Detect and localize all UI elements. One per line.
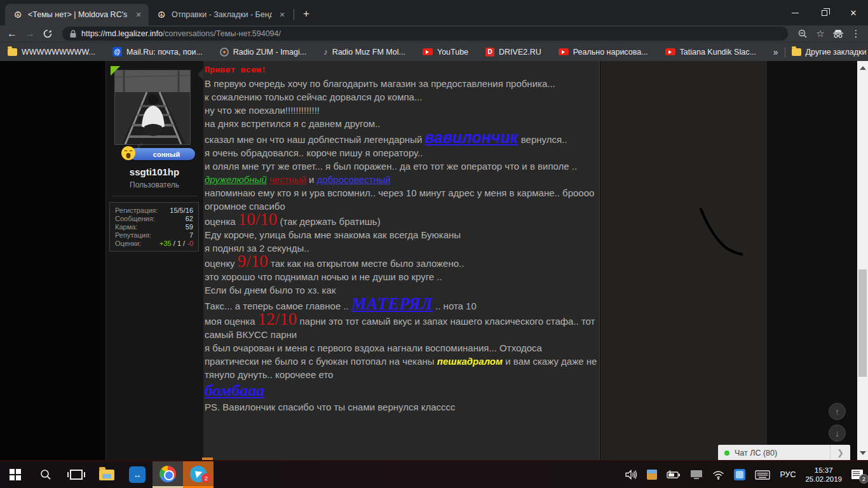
tab-close-icon[interactable]: [277, 10, 287, 20]
action-center-button[interactable]: 2: [851, 470, 864, 480]
teamviewer-button[interactable]: [122, 461, 153, 488]
status-badge[interactable]: сонный: [129, 148, 195, 160]
stat-label: Регистрация:: [115, 207, 158, 215]
chrome-icon: [159, 466, 176, 482]
tab-close-icon[interactable]: [133, 10, 144, 20]
post-text: и оляля мне тут же ответ... я был пораже…: [205, 161, 577, 172]
scroll-to-top-button[interactable]: ↑: [829, 403, 846, 420]
stat-row-ratings: Оценки: +35 / 1 / -0: [115, 240, 193, 248]
post-text: 9/10: [238, 252, 268, 271]
stat-row: Репутация:7: [115, 231, 193, 240]
tab-forum-thread[interactable]: <Темы нет> | Moldova RC's Foru: [5, 4, 149, 25]
scrollbar-thumb[interactable]: [858, 269, 867, 377]
taskbar-search-button[interactable]: [31, 461, 61, 488]
bookmark-item[interactable]: Radio ZUM - Imagi...: [220, 48, 306, 57]
radio-icon: [220, 48, 229, 57]
start-button[interactable]: [0, 461, 31, 488]
scrollbar-up-icon[interactable]: [860, 66, 866, 70]
bookmarks-overflow-icon[interactable]: [773, 47, 778, 57]
search-icon: [40, 469, 51, 480]
post-text: так как на открытом месте было заложено.…: [268, 258, 465, 269]
close-button[interactable]: [839, 0, 868, 25]
post-text: 12/10: [258, 309, 297, 329]
restore-button[interactable]: [810, 0, 839, 25]
browser-menu-icon[interactable]: [849, 27, 863, 41]
stat-row: Регистрация:15/5/16: [115, 207, 193, 215]
folder-icon: [8, 48, 17, 56]
close-icon: [850, 7, 857, 18]
language-indicator[interactable]: РУС: [780, 470, 796, 479]
online-indicator-icon: [111, 66, 120, 76]
post-link[interactable]: бомбааа: [205, 381, 264, 400]
sleepy-emoji-icon: [119, 144, 137, 162]
package-tray-icon[interactable]: [647, 470, 657, 480]
mailru-icon: [112, 47, 122, 57]
bookmark-label: DRIVE2.RU: [499, 48, 541, 57]
bookmark-label: YouTube: [437, 48, 468, 57]
bookmark-item[interactable]: Radio Muz FM Mol...: [323, 47, 405, 57]
music-note-icon: [323, 47, 328, 57]
bookmark-item[interactable]: Реально нарисова...: [559, 48, 648, 57]
chrome-button[interactable]: [153, 461, 183, 488]
zoom-out-button[interactable]: [796, 27, 810, 41]
bookmark-item[interactable]: Tatiana Kundik Slac...: [665, 48, 756, 57]
bookmarks-divider: [785, 47, 785, 57]
forward-button[interactable]: [23, 27, 37, 41]
wifi-icon[interactable]: [712, 470, 724, 480]
chat-bar[interactable]: Чат ЛС (80): [718, 445, 850, 461]
minimize-button[interactable]: [780, 0, 810, 25]
post-link[interactable]: вавилончик: [424, 128, 518, 146]
post-link[interactable]: дружелюбный: [205, 174, 267, 185]
display-icon[interactable]: [690, 470, 703, 480]
post-link[interactable]: добросовестный: [317, 174, 391, 185]
scroll-to-bottom-button[interactable]: ↓: [829, 424, 846, 442]
post-link[interactable]: МАТЕРЯЛ: [351, 294, 433, 313]
new-tab-button[interactable]: [298, 6, 315, 22]
back-button[interactable]: [5, 27, 19, 41]
post-text: (так держать братишь): [277, 216, 380, 227]
post-text: оценку: [205, 258, 238, 269]
bookmark-label: Radio Muz FM Mol...: [332, 48, 405, 57]
username[interactable]: ssgti101hp: [105, 166, 203, 177]
peace-favicon-icon: [156, 10, 166, 20]
rating-neutral: / 1 /: [172, 240, 187, 247]
bookmark-star-icon[interactable]: [813, 27, 827, 41]
stat-label: Сообщения:: [115, 215, 155, 223]
post-link[interactable]: честный: [269, 174, 306, 185]
stat-value: 62: [186, 215, 193, 223]
other-bookmarks-button[interactable]: Другие закладки: [792, 48, 867, 57]
file-explorer-button[interactable]: [92, 461, 122, 488]
bookmark-item[interactable]: Mail.Ru: почта, пои...: [112, 47, 203, 57]
post-text: сказал мне он что наш доблестный легенда…: [205, 134, 424, 145]
reload-button[interactable]: [41, 27, 55, 41]
keyboard-icon[interactable]: [755, 470, 770, 480]
task-view-button[interactable]: [61, 461, 92, 488]
drive2-icon: [485, 48, 494, 57]
telegram-button[interactable]: 2: [183, 461, 214, 488]
avatar[interactable]: [114, 70, 191, 145]
post-text: к сожалению только сейчас дорвался до ко…: [205, 92, 422, 102]
remote-app-tray-icon[interactable]: [734, 469, 745, 480]
address-bar[interactable]: https://md.legalizer.info/conversations/…: [62, 27, 788, 41]
bookmark-item[interactable]: DRIVE2.RU: [485, 48, 541, 57]
stat-label: Оценки:: [115, 240, 141, 248]
battery-icon[interactable]: [667, 470, 681, 479]
post-text: это хорошо что поднимал ночью и не души …: [205, 271, 442, 282]
clock-time: 15:37: [805, 466, 842, 475]
user-stats: Регистрация:15/5/16 Сообщения:62 Карма:5…: [109, 202, 199, 252]
post-text: Еду короче, улица была мне знакома как в…: [205, 229, 461, 240]
volume-icon[interactable]: [625, 470, 637, 480]
tab-bookmarks-bendery[interactable]: Отправки - Закладки - Бендеры: [149, 4, 292, 25]
stat-row: Карма:59: [115, 223, 193, 231]
scrollbar-down-icon[interactable]: [860, 451, 866, 455]
teamviewer-icon: [129, 466, 146, 483]
tab-divider: [294, 9, 294, 20]
bookmark-item[interactable]: WWWWWWWWW...: [8, 48, 95, 57]
notification-badge: 2: [859, 474, 868, 484]
clock[interactable]: 15:37 25.02.2019: [805, 466, 842, 484]
stat-value: 15/5/16: [170, 207, 193, 215]
page-scrollbar[interactable]: [857, 61, 868, 461]
bookmark-item[interactable]: YouTube: [423, 48, 468, 57]
chat-expand-icon[interactable]: [830, 445, 850, 461]
file-explorer-icon: [99, 470, 114, 480]
